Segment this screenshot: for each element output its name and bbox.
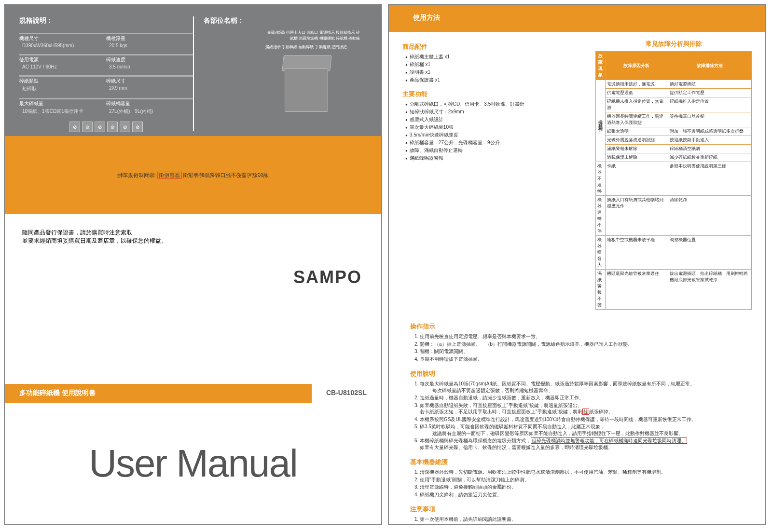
warranty-note-2: 並要求經銷商填妥購買日期及蓋店章，以確保您的權益。	[22, 237, 364, 245]
features-list: 分離式碎紙口，可碎CD、信用卡、3.5吋軟碟、訂書針短碎狀碎紙尺寸：2x9mm感…	[402, 100, 586, 162]
accessories-heading: 商品配件	[402, 42, 586, 51]
list-item: 碎紙桶 x1	[405, 61, 586, 68]
list-item: 使用前先檢查使用電源電壓、頻率是否與本機要求一致。	[420, 333, 752, 341]
list-item: 切勿自行拆開機器進行維修，以防電擊和其他危險意外發生；維修工作只可以時許維修人員…	[420, 523, 752, 525]
prohibit-icon: ⊘	[120, 122, 130, 132]
prohibit-icon: ⊘	[95, 122, 105, 132]
usage-header-bar: 使用方法	[389, 5, 765, 32]
brand-logo: SAMPO	[293, 267, 362, 287]
operation-list: 使用前先檢查使用電源電壓、頻率是否與本機要求一致。開機：（a）插上電源插頭。 （…	[413, 333, 752, 363]
list-item: 感應式入紙設計	[405, 116, 586, 123]
orange-strip: 易92就可需必不經口碎碗除時導潔倒 器容粉倒 :除到却份規革軸	[5, 136, 381, 214]
fault-table: 故障現象故障原因分析故障排除方法機器無動作電源插頭未接好，無電源插好電源插頭供電…	[595, 51, 752, 310]
usage-header: 使用方法	[413, 14, 440, 21]
maintenance-heading: 基本機器維護	[410, 458, 752, 466]
usage-list: 每次最大碎紙量為10張(70gsm)A4紙。因紙質不同、電壓變動、紙張過於鬆厚等…	[413, 380, 752, 451]
prohibit-icon: ⊘	[107, 122, 118, 132]
mirrored-highlight: 器容粉倒	[157, 172, 181, 178]
diagram-left-labels: 滿紙指示 手動碎紙 自動碎紙 手動退紙 把門握把	[265, 44, 347, 50]
warranty-note-block: 隨同產品發行保證書，請於購買時注意索取 並要求經銷商填妥購買日期及蓋店章，以確保…	[5, 214, 381, 384]
parts-header: 各部位名稱：	[204, 16, 367, 25]
usage-item: 本機碎紙桶與碎光碟桶為環保概念的垃圾分類方式，但碎光碟桶滿時並無警報功能，可在碎…	[420, 437, 752, 451]
usage-item: 進紙過量時，機器自動退紙，請減少進紙張數，重新放入，機器即正常工作。	[420, 394, 752, 402]
prohibit-icon: ⊘	[82, 122, 93, 132]
list-item: 清潔機器外殼時，先切斷電源。用軟布沾上較中性肥皂水或清潔劑擦拭，不可使用汽油、苯…	[420, 468, 752, 476]
prohibit-icon: ⊘	[132, 122, 143, 132]
manual-title: 多功能碎紙機 使用說明書	[5, 384, 312, 403]
list-item: 使用"手動退紙"開關，可以幫助清潔刀軸上的碎屑。	[420, 476, 752, 484]
list-item: 第一次使用本機前，請先詳細閱讀此說明書。	[420, 516, 752, 523]
list-item: 產品保證書 x1	[405, 76, 586, 84]
usage-item: 如果機器自動退紙失敗，可直接壓面板上"手動退紙"按鍵，將過量紙張退出。若卡紙紙張…	[420, 402, 752, 416]
mirrored-suffix: :除到却份規革軸	[117, 172, 157, 178]
list-item: 故障、滿紙自動停止運轉	[405, 147, 586, 154]
cover-title-block: User Manual	[5, 403, 381, 524]
usage-item: 碎3.5英吋軟碟時，可能會因軟碟的磁碟塑料材質不同而不易自動進入，此屬正常現象，…	[420, 423, 752, 437]
title-strip: 多功能碎紙機 使用說明書 CB-U8102SL	[5, 384, 381, 403]
list-item: 說明書 x1	[405, 68, 586, 76]
usage-highlight-2: 但碎光碟桶滿時並無警報功能，可在碎紙桶滿時連同光碟垃圾同時清理。	[531, 437, 687, 444]
list-item: 分離式碎紙口，可碎CD、信用卡、3.5吋軟碟、訂書針	[405, 100, 586, 108]
list-item: 碎紙機刀尖鋒利，請勿接近刀尖位置。	[420, 491, 752, 499]
model-number: CB-U8102SL	[312, 384, 381, 403]
warranty-note-1: 隨同產品發行保證書，請於購買時注意索取	[22, 229, 364, 237]
list-item: 短碎狀碎紙尺寸：2x9mm	[405, 108, 586, 116]
list-item: 關機：關閉電源開關。	[420, 348, 752, 355]
accessories-list: 碎紙機主體上蓋 x1碎紙桶 x1說明書 x1產品保證書 x1	[402, 53, 586, 84]
usage-item: 本機系按照GS及UL國際安全標準進行設計，馬達溫度達到100℃時會自動停機保護，…	[420, 416, 752, 423]
spec-panel: 規格說明： 機種尺寸D390xW360xH595(mm)機種淨重20.5 kgs…	[5, 5, 381, 136]
usage-item: 每次最大碎紙量為10張(70gsm)A4紙。因紙質不同、電壓變動、紙張過於鬆厚等…	[420, 380, 752, 394]
usage-highlight-1: 餘	[582, 409, 589, 415]
usage-heading: 使用說明	[410, 369, 752, 378]
mirrored-text: 易92就可需必不經口碎碗除時導潔倒 器容粉倒 :除到却份規革軸	[117, 172, 268, 179]
mirrored-prefix: 易92就可需必不經口碎碗除時導潔倒	[181, 172, 268, 178]
features-heading: 主要功能	[402, 90, 586, 98]
user-manual-text: User Manual	[89, 441, 297, 486]
maintenance-list: 清潔機器外殼時，先切斷電源。用軟布沾上較中性肥皂水或清潔劑擦拭，不可使用汽油、苯…	[413, 468, 752, 498]
list-item: 清理電源線時，避免接觸到插頭的金屬部份。	[420, 483, 752, 491]
list-item: 3.5m/min快速碎紙速度	[405, 131, 586, 139]
caution-heading: 注意事項	[410, 505, 752, 514]
list-item: 滿紙蜂鳴器警報	[405, 154, 586, 162]
list-item: 單次最大碎紙量10張	[405, 123, 586, 131]
prohibit-icon: ⊘	[69, 122, 80, 132]
caution-list: 第一次使用本機前，請先詳細閱讀此說明書。切勿自行拆開機器進行維修，以防電擊和其他…	[413, 516, 752, 525]
list-item: 碎紙機主體上蓋 x1	[405, 53, 586, 61]
operation-heading: 操作指示	[410, 322, 752, 331]
prohibit-icons: ⊘ ⊘ ⊘ ⊘ ⊘ ⊘	[19, 122, 193, 132]
list-item: 碎紙桶容量：27公升；光碟桶容量：9公升	[405, 139, 586, 147]
list-item: 開機：（a）插上電源插頭。 （b）打開機器電源開關，電源綠色指示燈亮，機器已進入…	[420, 341, 752, 348]
spec-header: 規格說明：	[19, 16, 193, 25]
manual-page-right: 使用方法 商品配件 碎紙機主體上蓋 x1碎紙桶 x1說明書 x1產品保證書 x1…	[388, 4, 766, 525]
fault-heading: 常見故障分析與排除	[595, 40, 752, 48]
list-item: 長期不用時請拔下電源插頭。	[420, 355, 752, 363]
diagram-right-labels: 光碟/軟碟/ 信用卡入口 進紙口 電源指示 投資紙指示 碎紙槽 光碟垃圾桶 機體…	[265, 30, 360, 41]
manual-page-left: 規格說明： 機種尺寸D390xW360xH595(mm)機種淨重20.5 kgs…	[4, 4, 382, 525]
shredder-diagram: 滿紙指示 手動碎紙 自動碎紙 手動退紙 把門握把 光碟/軟碟/ 信用卡入口 進紙…	[265, 30, 362, 117]
